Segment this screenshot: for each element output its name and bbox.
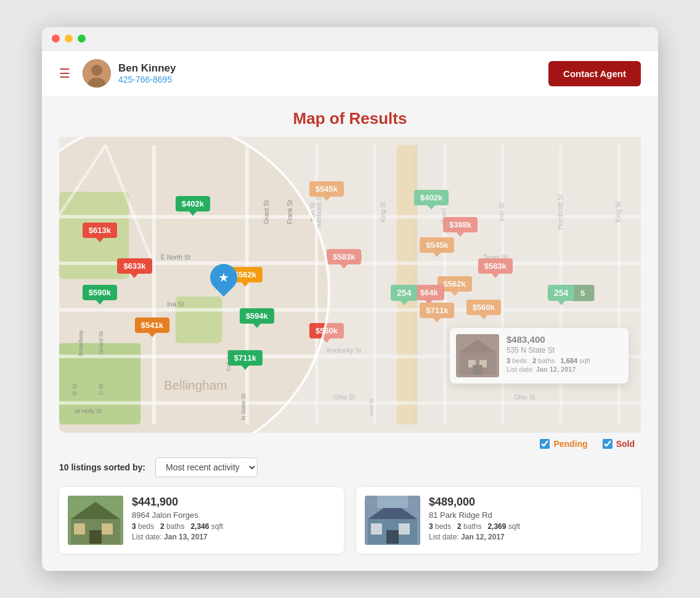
content-area: Map of Results: [42, 97, 658, 571]
browser-chrome: [42, 27, 658, 51]
listing-address: 81 Park Ridge Rd: [429, 510, 520, 520]
agent-phone[interactable]: 425-766-8695: [118, 75, 176, 84]
price-pin-388k[interactable]: $388k: [443, 217, 478, 232]
listings-grid: $441,900 8964 Jalon Forges 3 beds 2 bath…: [59, 487, 641, 554]
listing-image: [365, 496, 420, 545]
sold-filter[interactable]: Sold: [603, 439, 635, 449]
pending-checkbox[interactable]: [540, 439, 550, 449]
listing-image: [68, 496, 123, 545]
svg-rect-12: [373, 145, 376, 424]
star-icon: ★: [218, 270, 229, 285]
map-background: 5 Grant St Humboldt St Grant St Iron St …: [59, 137, 641, 433]
avatar: [83, 59, 111, 88]
listing-details: $441,900 8964 Jalon Forges 3 beds 2 bath…: [132, 496, 223, 545]
traffic-light-red[interactable]: [52, 35, 60, 43]
svg-text:King St: King St: [380, 202, 386, 223]
map-title: Map of Results: [59, 109, 641, 128]
svg-text:D St: D St: [97, 383, 104, 395]
contact-agent-button[interactable]: Contact Agent: [548, 61, 641, 86]
route-254-right: 254: [548, 285, 574, 301]
agent-name: Ben Kinney: [118, 62, 176, 75]
svg-text:Iron St: Iron St: [309, 203, 316, 222]
svg-text:5: 5: [580, 289, 585, 298]
price-pin-594k[interactable]: $594k: [240, 308, 274, 324]
price-pin-583k-right[interactable]: $583k: [478, 258, 513, 274]
price-pin-402k-right[interactable]: $402k: [414, 190, 449, 205]
svg-text:Iron St: Iron St: [499, 203, 505, 222]
price-pin-560k[interactable]: $560k: [309, 323, 344, 338]
svg-text:King St: King St: [615, 202, 622, 223]
filter-row: Pending Sold: [59, 439, 641, 449]
popup-list-date: List date: Jan 12, 2017: [507, 366, 590, 373]
price-pin-633k[interactable]: $633k: [117, 258, 152, 274]
popup-property-image: [456, 334, 499, 377]
listing-beds: 3 beds 2 baths 2,346 sqft: [132, 522, 223, 531]
traffic-light-yellow[interactable]: [65, 35, 73, 43]
sold-checkbox[interactable]: [603, 439, 612, 449]
listing-price: $441,900: [132, 496, 223, 509]
price-pin-560k-right[interactable]: $560k: [466, 300, 501, 315]
svg-rect-65: [68, 496, 123, 545]
listing-price: $489,000: [429, 496, 520, 509]
svg-rect-58: [456, 334, 499, 377]
listing-address: 8964 Jalon Forges: [132, 510, 223, 520]
price-pin-545k-top[interactable]: $545k: [309, 181, 344, 197]
svg-text:Kentucky St: Kentucky St: [327, 347, 361, 354]
svg-point-1: [91, 65, 102, 76]
svg-text:Ohio St: Ohio St: [333, 394, 355, 401]
popup-address: 535 N State St: [507, 346, 590, 354]
svg-text:Humboldt St: Humboldt St: [557, 194, 564, 229]
svg-rect-21: [59, 401, 641, 405]
listing-details: $489,000 81 Park Ridge Rd 3 beds 2 baths…: [429, 496, 520, 545]
route-254-left: 254: [391, 285, 417, 301]
map-property-popup[interactable]: $483,400 535 N State St 3 beds 2 baths 1…: [450, 328, 629, 383]
price-pin-541k[interactable]: $541k: [135, 317, 169, 333]
svg-rect-17: [59, 215, 641, 219]
svg-text:Ohio St: Ohio St: [514, 394, 535, 401]
price-pin-583k[interactable]: $583k: [327, 249, 361, 264]
listing-card[interactable]: $489,000 81 Park Ridge Rd 3 beds 2 baths…: [356, 487, 641, 554]
svg-rect-9: [152, 145, 156, 424]
svg-text:G St: G St: [71, 383, 78, 395]
popup-price: $483,400: [507, 334, 590, 345]
price-pin-613k[interactable]: $613k: [83, 223, 117, 238]
svg-text:Iron St: Iron St: [368, 398, 375, 416]
svg-text:E North St: E North St: [161, 254, 190, 261]
svg-text:Grant St: Grant St: [263, 200, 270, 224]
svg-text:W Holly St: W Holly St: [75, 408, 102, 414]
listing-beds: 3 beds 2 baths 2,369 sqft: [429, 522, 520, 531]
agent-info: Ben Kinney 425-766-8695: [83, 59, 176, 88]
price-pin-711k-right[interactable]: $711k: [420, 303, 454, 318]
price-pin-590k[interactable]: $590k: [83, 285, 117, 300]
sort-select[interactable]: Most recent activity Price (Low to High)…: [155, 457, 258, 477]
listing-date: List date: Jan 12, 2017: [429, 533, 520, 541]
svg-text:Bellingham: Bellingham: [164, 378, 227, 392]
svg-rect-73: [365, 496, 420, 545]
svg-text:N State St: N State St: [240, 393, 246, 420]
popup-beds: 3 beds 2 baths 1,684 sqft: [507, 357, 590, 364]
svg-text:Girard St: Girard St: [97, 331, 104, 354]
svg-text:Ina St: Ina St: [167, 301, 184, 308]
price-pin-64k[interactable]: $64k: [414, 285, 444, 300]
listings-count: 10 listings sorted by:: [59, 462, 145, 472]
browser-window: ☰ Ben Kinney 425-766-8695 Contact Agent …: [42, 27, 658, 571]
sort-row: 10 listings sorted by: Most recent activ…: [59, 457, 641, 477]
svg-text:Frank St: Frank St: [287, 200, 293, 224]
listing-card[interactable]: $441,900 8964 Jalon Forges 3 beds 2 bath…: [59, 487, 344, 554]
menu-icon[interactable]: ☰: [59, 66, 70, 81]
map-area: 5 Grant St Humboldt St Grant St Iron St …: [59, 137, 641, 433]
popup-details: $483,400 535 N State St 3 beds 2 baths 1…: [507, 334, 590, 377]
price-pin-402k[interactable]: $402k: [176, 196, 210, 211]
traffic-light-green[interactable]: [78, 35, 86, 43]
svg-rect-19: [59, 308, 641, 312]
price-pin-545k-right[interactable]: $545k: [420, 237, 454, 253]
listing-date: List date: Jan 13, 2017: [132, 533, 223, 541]
svg-text:Broadway: Broadway: [77, 330, 84, 356]
svg-text:Humboldt St: Humboldt St: [315, 194, 322, 229]
price-pin-711k[interactable]: $711k: [228, 350, 262, 366]
header: ☰ Ben Kinney 425-766-8695 Contact Agent: [42, 51, 658, 97]
pending-filter[interactable]: Pending: [540, 439, 587, 449]
agent-text: Ben Kinney 425-766-8695: [118, 62, 176, 84]
